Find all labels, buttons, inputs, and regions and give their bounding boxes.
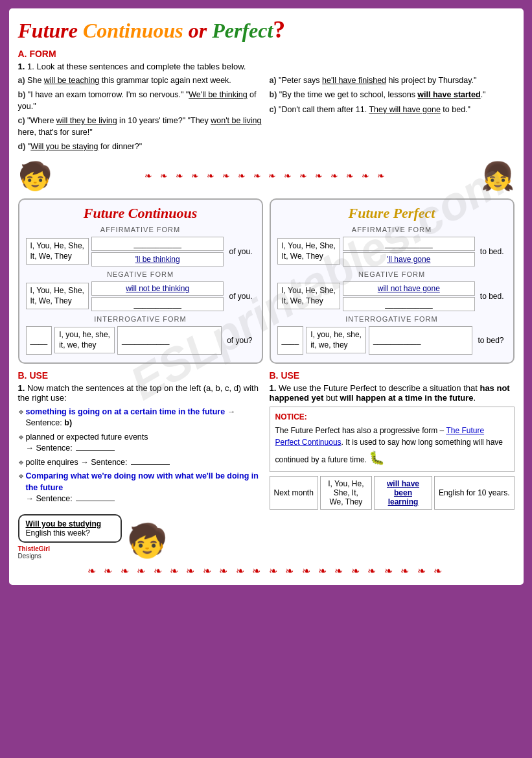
bullet-1: something is going on at a certain time … (18, 407, 263, 429)
underline-will-be-teaching: will be teaching (44, 76, 99, 85)
bullet-2: planned or expected future events→ Sente… (18, 432, 263, 455)
use-right: B. USE 1. We use the Future Perfect to d… (270, 370, 515, 560)
underline-hell-have-finished: he'll have finished (322, 76, 386, 85)
fp-int-blank: ___________ (369, 326, 473, 355)
fc-neg-object: of you. (226, 290, 255, 302)
grammar-section: Future Continuous AFFIRMATIVE FORM I, Yo… (18, 198, 515, 364)
sentence-b-left: b) "I have an exam tomorrow. I'm so nerv… (18, 89, 263, 112)
fp-int-aux: ____ (277, 326, 304, 355)
fc-int-object: of you? (224, 335, 255, 346)
fc-neg-blank: ___________ (91, 297, 224, 311)
right-sentences: a) "Peter says he'll have finished his p… (270, 75, 515, 156)
fc-affirmative-row: I, You, He, She,It, We, They ___________… (26, 237, 255, 266)
fp-cont-table-row: Next month I, You, He,She, It,We, They w… (270, 476, 515, 510)
speech-area: Will you be studying English this week? … (18, 512, 122, 560)
fp-neg-subject: I, You, He, She,It, We, They (277, 283, 340, 309)
use-right-instruction: 1. We use the Future Perfect to describe… (270, 383, 515, 403)
fc-int-subject: I, you, he, she,it, we, they (54, 327, 115, 353)
future-perfect-box: Future Perfect AFFIRMATIVE FORM I, You, … (270, 198, 515, 364)
fp-aff-verb: 'll have gone (343, 252, 475, 266)
wave-pattern-left: ❧ ❧ ❧ ❧ ❧ ❧ ❧ ❧ ❧ ❧ ❧ ❧ ❧ ❧ ❧ ❧ (56, 171, 477, 181)
underline-well-be-thinking: We'll be thinking (189, 90, 247, 99)
use-right-header: B. USE (270, 370, 515, 381)
fp-aff-subject: I, You, He, She,It, We, They (277, 238, 340, 265)
page: ESLprintables.com Future Continuous or P… (7, 6, 526, 587)
sentence-b-right: b) "By the time we get to school, lesson… (270, 89, 515, 101)
use-left-header: B. USE (18, 370, 263, 381)
fc-aff-object: of you. (226, 246, 255, 257)
fc-neg-verb: will not be thinking (91, 281, 224, 296)
sentence-a-left: a) She will be teaching this grammar top… (18, 75, 263, 87)
fp-neg-object: to bed. (478, 290, 507, 302)
character-row: 🧒 ❧ ❧ ❧ ❧ ❧ ❧ ❧ ❧ ❧ ❧ ❧ ❧ ❧ ❧ ❧ ❧ 👧 (18, 160, 515, 192)
fp-int-subject: I, you, he, she,it, we, they (306, 327, 366, 353)
use-section: B. USE 1. Now match the sentences at the… (18, 370, 515, 560)
section-a-instruction: 1. 1. Look at these sentences and comple… (18, 62, 515, 71)
speech-bubble: Will you be studying English this week? (18, 514, 122, 543)
future-continuous-title: Future Continuous (26, 205, 255, 222)
title-question-mark: ? (273, 16, 285, 43)
sentence-a-right: a) "Peter says he'll have finished his p… (270, 75, 515, 87)
bottom-wave: ❧ ❧ ❧ ❧ ❧ ❧ ❧ ❧ ❧ ❧ ❧ ❧ ❧ ❧ ❧ ❧ ❧ ❧ ❧ ❧ … (18, 565, 515, 577)
fp-negative-row: I, You, He, She,It, We, They will not ha… (277, 281, 507, 311)
fpc-col2: I, You, He,She, It,We, They (320, 476, 372, 510)
sentences-section: a) She will be teaching this grammar top… (18, 75, 515, 156)
fp-neg-verb: will not have gone (343, 281, 475, 296)
fp-interrogative-label: INTERROGATIVE FORM (277, 315, 507, 323)
notice-box: NOTICE: The Future Perfect has also a pr… (270, 407, 515, 472)
fp-aff-blank: ___________ (343, 237, 475, 251)
future-continuous-box: Future Continuous AFFIRMATIVE FORM I, Yo… (18, 198, 263, 364)
underline-they-will-have-gone: They will have gone (369, 105, 440, 114)
title-continuous: Continuous (83, 19, 183, 42)
sentence-c-left: c) "Where will they be living in 10 year… (18, 115, 263, 138)
fp-negative-label: NEGATIVE FORM (277, 270, 507, 278)
fp-neg-blank: ___________ (343, 297, 475, 311)
notice-text: The Future Perfect has also a progressiv… (275, 425, 509, 468)
fc-aff-verb: 'll be thinking (91, 252, 224, 266)
use-left-instruction: 1. Now match the sentences at the top on… (18, 383, 263, 403)
char-left: 🧒 (18, 160, 52, 192)
underline-will-they-be-living: will they be living (56, 116, 117, 125)
fpc-col1: Next month (270, 476, 318, 510)
underline-will-you-be-staying: Will you be staying (30, 142, 98, 151)
page-title: Future Continuous or Perfect? (18, 16, 515, 43)
sentence-d-left: d) "Will you be staying for dinner?" (18, 141, 263, 153)
title-future: Future (18, 19, 83, 42)
sentence-c-right: c) "Don't call them after 11. They will … (270, 104, 515, 116)
char-bottom: 🧒 (127, 522, 167, 560)
use-left: B. USE 1. Now match the sentences at the… (18, 370, 263, 560)
fp-interrogative-row: ____ I, you, he, she,it, we, they ______… (277, 326, 507, 355)
notice-label: NOTICE: (275, 411, 509, 423)
fpc-col4: English for 10 years. (434, 476, 514, 510)
left-sentences: a) She will be teaching this grammar top… (18, 75, 263, 156)
fpc-col3: will have been learning (374, 476, 432, 510)
logo: ThistleGirlDesigns (18, 545, 122, 560)
fp-affirmative-label: AFFIRMATIVE FORM (277, 226, 507, 233)
bullet-4: Comparing what we're doing now with what… (18, 471, 263, 505)
fc-int-aux: ____ (26, 326, 52, 355)
underline-will-have-started: will have started (417, 90, 480, 99)
char-right: 👧 (481, 160, 515, 192)
fpc-verb: will have been learning (378, 479, 428, 506)
section-a-header: A. FORM (18, 49, 515, 59)
title-perfect: Perfect (212, 19, 273, 42)
fc-neg-subject: I, You, He, She,It, We, They (26, 283, 89, 309)
future-perfect-title: Future Perfect (277, 205, 507, 222)
fc-interrogative-label: INTERROGATIVE FORM (26, 315, 255, 323)
fc-negative-label: NEGATIVE FORM (26, 270, 255, 278)
fc-aff-subject: I, You, He, She,It, We, They (26, 238, 89, 265)
fp-aff-object: to bed. (478, 246, 507, 257)
fc-affirmative-label: AFFIRMATIVE FORM (26, 226, 255, 233)
fc-int-blank: ___________ (117, 326, 222, 355)
fc-interrogative-row: ____ I, you, he, she,it, we, they ______… (26, 326, 255, 355)
underline-wont-be-living: won't be living (211, 116, 261, 125)
fc-aff-blank: ___________ (91, 237, 224, 251)
bullet-3: polite enquires → Sentence: (18, 457, 263, 469)
speech-section: Will you be studying English this week? … (18, 512, 263, 560)
fp-affirmative-row: I, You, He, She,It, We, They ___________… (277, 237, 507, 266)
title-or: or (183, 19, 212, 42)
fp-int-object: to bed? (475, 335, 506, 346)
fc-negative-row: I, You, He, She,It, We, They will not be… (26, 281, 255, 311)
